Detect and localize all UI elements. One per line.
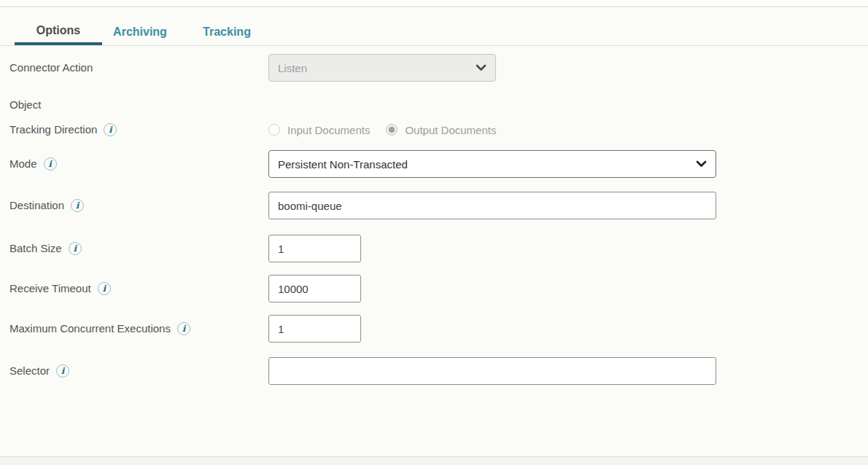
maximum-concurrent-executions-label-text: Maximum Concurrent Executions	[9, 321, 171, 336]
tab-tracking[interactable]: Tracking	[178, 19, 276, 45]
destination-label-text: Destination	[9, 198, 64, 213]
radio-input-documents-label: Input Documents	[287, 124, 370, 136]
radio-output-documents: Output Documents	[386, 122, 496, 137]
receive-timeout-input[interactable]	[268, 275, 361, 302]
info-icon[interactable]: i	[177, 322, 190, 335]
maximum-concurrent-executions-input[interactable]	[268, 315, 361, 343]
info-icon[interactable]: i	[98, 282, 111, 295]
chevron-down-icon	[696, 160, 707, 168]
selector-label-text: Selector	[9, 364, 50, 378]
radio-circle-icon	[268, 124, 280, 136]
connector-action-select: Listen	[268, 54, 496, 82]
destination-label: Destination i	[9, 198, 84, 213]
mode-select-value: Persistent Non-Transacted	[278, 158, 408, 171]
batch-size-input[interactable]	[268, 235, 361, 262]
batch-size-label-text: Batch Size	[9, 241, 62, 256]
object-label: Object	[9, 98, 41, 112]
bottom-divider	[0, 456, 868, 465]
tab-tracking-label: Tracking	[203, 26, 251, 39]
connector-action-label: Connector Action	[9, 60, 93, 75]
tabs-bar: Options Archiving Tracking	[0, 19, 868, 46]
tab-archiving-label: Archiving	[113, 26, 167, 39]
receive-timeout-label-text: Receive Timeout	[9, 281, 91, 296]
tracking-direction-radio-group: Input Documents Output Documents	[268, 122, 496, 137]
top-divider	[0, 0, 868, 7]
maximum-concurrent-executions-label: Maximum Concurrent Executions i	[9, 321, 190, 336]
info-icon[interactable]: i	[44, 157, 57, 171]
tab-options[interactable]: Options	[15, 19, 102, 45]
radio-output-documents-label: Output Documents	[405, 124, 496, 136]
radio-input-documents: Input Documents	[268, 122, 370, 137]
info-icon[interactable]: i	[104, 123, 117, 136]
info-icon[interactable]: i	[56, 364, 69, 378]
object-label-text: Object	[9, 98, 41, 112]
batch-size-label: Batch Size i	[9, 241, 82, 256]
selector-label: Selector i	[9, 364, 69, 378]
tracking-direction-label-text: Tracking Direction	[9, 122, 97, 137]
tracking-direction-label: Tracking Direction i	[9, 122, 117, 137]
chevron-down-icon	[476, 64, 487, 71]
info-icon[interactable]: i	[69, 242, 82, 255]
mode-select[interactable]: Persistent Non-Transacted	[268, 150, 716, 178]
connector-action-label-text: Connector Action	[9, 60, 93, 75]
destination-input[interactable]	[268, 192, 716, 219]
receive-timeout-label: Receive Timeout i	[9, 281, 111, 296]
mode-label: Mode i	[9, 157, 57, 171]
radio-circle-icon	[386, 124, 398, 136]
tab-archiving[interactable]: Archiving	[102, 19, 178, 45]
mode-label-text: Mode	[9, 157, 37, 171]
info-icon[interactable]: i	[71, 199, 84, 212]
connector-options-panel: Options Archiving Tracking Connector Act…	[0, 0, 868, 465]
selector-input[interactable]	[268, 357, 716, 385]
connector-action-value: Listen	[278, 62, 307, 74]
tab-options-label: Options	[36, 24, 80, 37]
